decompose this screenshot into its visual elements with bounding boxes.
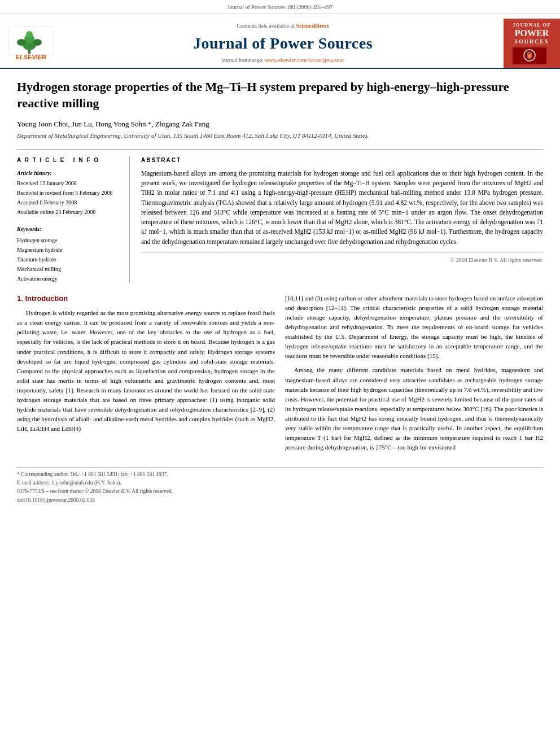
right-paragraph-2: Among the many different candidate mater… (285, 365, 543, 452)
abstract-column: ABSTRACT Magnesium-based alloys are amon… (141, 156, 543, 283)
contents-available-text: Contents lists available at (237, 23, 294, 29)
abstract-label: ABSTRACT (141, 156, 543, 164)
intro-paragraph-1: Hydrogen is widely regarded as the most … (17, 308, 275, 434)
page-footer: * Corresponding author. Tel.: +1 801 581… (17, 467, 543, 504)
copyright-line: © 2008 Elsevier B.V. All rights reserved… (141, 252, 543, 264)
right-paragraph-1: [10,11] and (3) using carbon or other ad… (285, 294, 543, 361)
svg-point-5 (17, 39, 26, 46)
article-title: Hydrogen storage properties of the Mg–Ti… (17, 79, 543, 111)
footnote-email: E-mail address: h.y.sohn@utah.edu (H.Y. … (17, 479, 543, 487)
journal-badge: JOURNAL OF POWER SOURCES ⚡ (513, 22, 551, 64)
main-content: Hydrogen storage properties of the Mg–Ti… (0, 69, 560, 517)
body-right-column: [10,11] and (3) using carbon or other ad… (285, 294, 543, 457)
article-info-column: A R T I C L E I N F O Article history: R… (17, 156, 130, 283)
svg-text:ELSEVIER: ELSEVIER (16, 54, 46, 60)
body-left-column: 1. Introduction Hydrogen is widely regar… (17, 294, 275, 457)
body-section: 1. Introduction Hydrogen is widely regar… (17, 294, 543, 457)
svg-text:⚡: ⚡ (527, 53, 532, 59)
svg-point-4 (26, 31, 33, 38)
journal-ref: Journal of Power Sources 180 (2008) 491–… (228, 4, 333, 10)
article-authors: Young Joon Choi, Jun Lu, Hong Yong Sohn … (17, 119, 543, 140)
intro-text-left: Hydrogen is widely regarded as the most … (17, 308, 275, 434)
article-history-block: Article history: Received 12 January 200… (17, 169, 121, 217)
journal-homepage: journal homepage: www.elsevier.com/locat… (221, 56, 344, 64)
keyword-2: Magnesium hydride (17, 245, 121, 255)
affiliation: Department of Metallurgical Engineering,… (17, 132, 543, 140)
sciencedirect-link-text[interactable]: ScienceDirect (296, 23, 329, 29)
available-date: Available online 23 February 2008 (17, 208, 121, 217)
article-info-label: A R T I C L E I N F O (17, 156, 121, 164)
abstract-text: Magnesium-based alloys are among the pro… (141, 169, 543, 247)
intro-text-right: [10,11] and (3) using carbon or other ad… (285, 294, 543, 452)
keyword-3: Titanium hydride (17, 255, 121, 264)
journal-badge-area: JOURNAL OF POWER SOURCES ⚡ (504, 19, 560, 68)
keywords-label: Keywords: (17, 226, 41, 232)
history-label: Article history: (17, 169, 121, 178)
homepage-label: journal homepage: (221, 57, 264, 63)
sciencedirect-line: Contents lists available at ScienceDirec… (237, 22, 329, 30)
journal-name: Journal of Power Sources (193, 32, 373, 54)
article-info-abstract-section: A R T I C L E I N F O Article history: R… (17, 149, 543, 283)
accepted-date: Accepted 6 February 2008 (17, 198, 121, 207)
footer-doi: doi:10.1016/j.jpowsour.2008.02.038 (17, 497, 543, 504)
top-bar: Journal of Power Sources 180 (2008) 491–… (0, 0, 560, 14)
footnote-star: * Corresponding author. Tel.: +1 801 581… (17, 471, 543, 478)
page-wrapper: Journal of Power Sources 180 (2008) 491–… (0, 0, 560, 517)
authors-text: Young Joon Choi, Jun Lu, Hong Yong Sohn … (17, 120, 209, 128)
footer-issn: 0378-7753/$ – see front matter © 2008 El… (17, 488, 543, 495)
introduction-heading: 1. Introduction (17, 294, 275, 304)
received-revised-date: Received in revised form 5 February 2008 (17, 189, 121, 198)
journal-header: ELSEVIER Contents lists available at Sci… (0, 14, 560, 69)
keyword-5: Activation energy (17, 274, 121, 283)
elsevier-logo-icon: ELSEVIER (6, 24, 56, 63)
homepage-url[interactable]: www.elsevier.com/locate/jpowsour (265, 57, 344, 63)
received-date: Received 12 January 2008 (17, 179, 121, 188)
keyword-4: Mechanical milling (17, 264, 121, 274)
keywords-section: Keywords: Hydrogen storage Magnesium hyd… (17, 224, 121, 283)
elsevier-logo-area: ELSEVIER (0, 19, 62, 68)
svg-point-6 (33, 39, 42, 46)
keywords-list: Hydrogen storage Magnesium hydride Titan… (17, 235, 121, 283)
badge-icon: ⚡ (515, 49, 544, 63)
keyword-1: Hydrogen storage (17, 235, 121, 245)
journal-title-area: Contents lists available at ScienceDirec… (62, 19, 504, 68)
